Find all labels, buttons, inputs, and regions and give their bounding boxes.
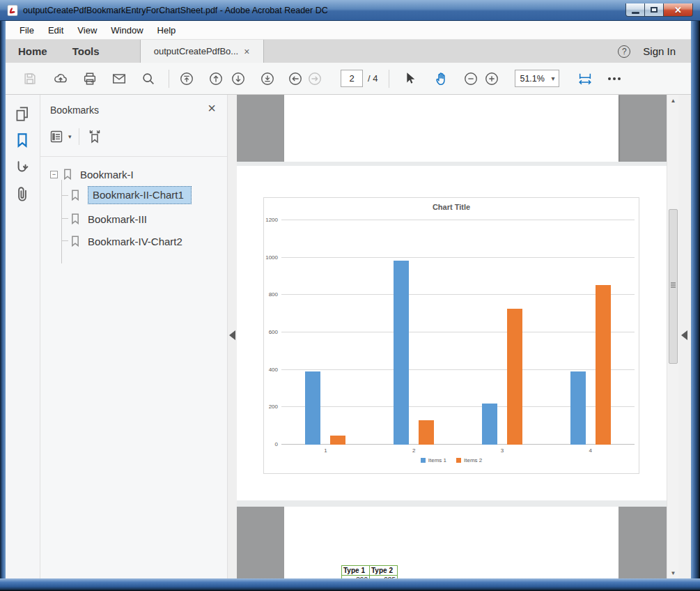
minimize-icon <box>632 12 639 14</box>
bookmark-label[interactable]: Bookmark-III <box>88 213 147 225</box>
bookmark-item-icon <box>61 167 75 181</box>
restore-button[interactable] <box>645 3 664 17</box>
previous-page-icon <box>208 71 224 86</box>
first-page-button[interactable] <box>178 70 196 88</box>
table-header-type1: Type 1 <box>342 566 370 576</box>
chart-bar-group <box>305 220 345 445</box>
bookmarks-panel: Bookmarks × ▾ <box>40 95 227 578</box>
scrollbar-thumb[interactable] <box>669 209 678 364</box>
bookmark-label[interactable]: Bookmark-I <box>80 169 134 181</box>
signatures-panel-button[interactable] <box>13 159 33 178</box>
bar-items-2-cat2 <box>419 420 434 445</box>
window-border-bottom <box>0 578 700 591</box>
minimize-button[interactable] <box>625 3 645 17</box>
attachments-panel-button[interactable] <box>13 185 33 205</box>
first-page-icon <box>179 71 194 86</box>
chart-x-tick-label: 2 <box>412 447 415 454</box>
chart-x-tick-label: 3 <box>501 447 504 454</box>
bookmarks-panel-button[interactable] <box>13 131 33 151</box>
back-button[interactable] <box>286 70 304 88</box>
next-page-button[interactable] <box>229 70 247 88</box>
menu-edit[interactable]: Edit <box>41 22 70 38</box>
zoom-level-value: 51.1% <box>520 74 544 84</box>
sign-in-button[interactable]: Sign In <box>643 45 676 57</box>
email-button[interactable] <box>110 70 128 88</box>
document-tab-label: outputCreatePdfBo... <box>154 46 238 56</box>
bookmark-item-icon <box>68 188 82 202</box>
bookmark-label-selected[interactable]: Bookmark-II-Chart1 <box>88 186 192 204</box>
window-title: outputCreatePdfBookmarkEntryForChartShee… <box>23 6 328 15</box>
zoom-in-icon <box>484 71 499 86</box>
zoom-caret-icon: ▾ <box>551 75 554 82</box>
legend-item: Items 1 <box>421 457 446 463</box>
help-icon[interactable]: ? <box>618 45 630 58</box>
tab-tools[interactable]: Tools <box>60 40 112 63</box>
page-1 <box>284 95 619 162</box>
expand-collapse-icon[interactable]: − <box>50 171 58 178</box>
page-thumbnails-button[interactable] <box>13 105 33 124</box>
bookmark-row-2-selected[interactable]: Bookmark-II-Chart1 <box>68 185 192 205</box>
print-button[interactable] <box>81 70 99 88</box>
menu-bar: File Edit View Window Help <box>6 21 691 40</box>
chart-y-tick-label: 1200 <box>265 217 278 223</box>
zoom-in-button[interactable] <box>483 70 501 88</box>
new-bookmark-icon[interactable] <box>86 128 103 145</box>
search-icon <box>141 71 156 86</box>
title-bar: outputCreatePdfBookmarkEntryForChartShee… <box>0 0 700 21</box>
document-canvas[interactable]: Chart Title 020040060080010001200 1234 I… <box>237 95 667 578</box>
tab-document[interactable]: outputCreatePdfBo... × <box>140 40 264 63</box>
page-number-input[interactable] <box>341 70 363 87</box>
ellipsis-icon <box>608 77 621 80</box>
share-button[interactable] <box>52 70 70 88</box>
pointer-icon <box>402 71 417 86</box>
legend-label: Items 1 <box>428 457 446 463</box>
table-value-type2: 985 <box>370 576 398 579</box>
search-button[interactable] <box>139 70 157 88</box>
chart-bar-group <box>394 220 434 445</box>
scroll-up-icon[interactable]: ▲ <box>667 95 679 106</box>
expand-tools-pane-arrow-icon[interactable] <box>681 330 687 340</box>
back-arrow-icon <box>288 71 303 86</box>
select-tool-button[interactable] <box>400 70 419 88</box>
cloud-upload-icon <box>53 71 68 86</box>
chart-y-tick-label: 200 <box>269 404 278 410</box>
table-value-type1: 390 <box>342 576 370 579</box>
zoom-level-select[interactable]: 51.1% ▾ <box>515 70 559 87</box>
last-page-button[interactable] <box>258 70 277 88</box>
hand-tool-button[interactable] <box>433 70 451 88</box>
bookmark-row-4[interactable]: Bookmark-IV-Chart2 <box>68 231 182 251</box>
scroll-down-icon[interactable]: ▼ <box>667 567 679 578</box>
bookmark-row-1[interactable]: − Bookmark-I <box>50 164 134 184</box>
zoom-out-button[interactable] <box>462 70 480 88</box>
bar-items-1-cat2 <box>394 261 409 445</box>
vertical-scrollbar[interactable]: ▲ ▼ <box>667 95 678 578</box>
page-3: Type 1 Type 2 390 985 <box>284 507 619 578</box>
chart-title: Chart Title <box>264 203 639 211</box>
bookmarks-icon <box>13 131 31 149</box>
chart: Chart Title 020040060080010001200 1234 I… <box>263 197 639 474</box>
legend-swatch <box>456 458 461 463</box>
menu-view[interactable]: View <box>70 22 104 38</box>
acrobat-window: outputCreatePdfBookmarkEntryForChartShee… <box>0 0 700 591</box>
menu-window[interactable]: Window <box>104 22 150 38</box>
collapse-panel-arrow-icon[interactable] <box>229 330 235 340</box>
tab-bar: Home Tools outputCreatePdfBo... × ? Sign… <box>6 40 691 63</box>
forward-button[interactable] <box>306 70 324 88</box>
save-icon <box>22 71 38 86</box>
bookmark-label[interactable]: Bookmark-IV-Chart2 <box>88 236 182 247</box>
email-icon <box>111 71 127 86</box>
bookmark-options-icon[interactable] <box>49 128 65 145</box>
bookmarks-panel-close-icon[interactable]: × <box>208 100 216 116</box>
menu-help[interactable]: Help <box>150 22 183 38</box>
paperclip-icon <box>13 185 31 204</box>
close-button[interactable]: ✕ <box>664 3 693 17</box>
save-button[interactable] <box>21 70 39 88</box>
previous-page-button[interactable] <box>207 70 225 88</box>
hand-tool-icon <box>434 71 449 86</box>
document-tab-close-icon[interactable]: × <box>244 46 249 57</box>
more-tools-button[interactable] <box>605 70 623 88</box>
fit-width-button[interactable] <box>576 70 594 88</box>
tab-home[interactable]: Home <box>6 40 60 63</box>
menu-file[interactable]: File <box>13 22 41 38</box>
bookmark-row-3[interactable]: Bookmark-III <box>68 209 147 229</box>
